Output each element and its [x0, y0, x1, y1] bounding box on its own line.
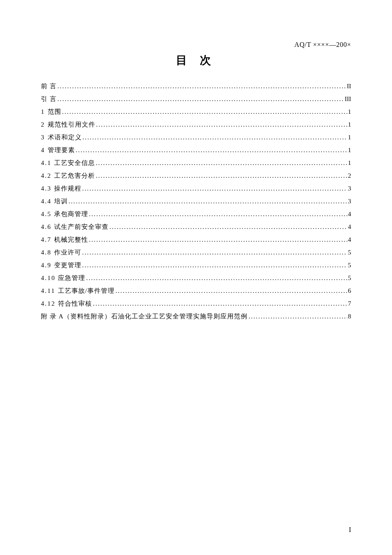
toc-label: 变更管理 [54, 261, 81, 269]
toc-page-number: 1 [348, 133, 352, 141]
toc-label: 管理要素 [48, 146, 75, 154]
doc-code: AQ/T ××××—200× [41, 41, 351, 49]
toc-number: 4.12 [41, 300, 55, 307]
toc-row: 4.12符合性审核7 [41, 297, 351, 310]
toc-page-number: 5 [348, 261, 352, 269]
toc-page-number: 5 [348, 249, 352, 256]
toc-leader-dots [96, 172, 347, 179]
toc-page-number: 3 [348, 185, 352, 192]
toc-number: 4.7 [41, 236, 52, 243]
document-page: AQ/T ××××—200× 目 次 前 言II引 言III1范围12规范性引用… [0, 0, 392, 555]
toc-number: 4.5 [41, 210, 52, 218]
toc-leader-dots [96, 121, 347, 128]
toc-page-number: 3 [348, 197, 352, 205]
toc-leader-dots [86, 274, 347, 282]
toc-page-number: 1 [348, 146, 352, 154]
toc-label: 试生产前安全审查 [54, 223, 109, 231]
toc-leader-dots [89, 210, 347, 218]
toc-leader-dots [83, 133, 347, 141]
toc-page-number: 4 [348, 236, 352, 243]
page-number: I [349, 526, 351, 534]
toc-label: 引 言 [41, 95, 57, 103]
toc-leader-dots [96, 159, 347, 167]
toc-row: 4管理要素1 [41, 144, 351, 156]
toc-label: 承包商管理 [54, 210, 88, 218]
toc-page-number: 4 [348, 223, 352, 231]
toc-number: 4.9 [41, 261, 52, 269]
toc-page-number: 5 [348, 274, 352, 282]
toc-label: 术语和定义 [48, 133, 82, 141]
toc-row: 4.2工艺危害分析2 [41, 169, 351, 182]
toc-number: 4.10 [41, 274, 55, 282]
toc-leader-dots [82, 249, 347, 256]
toc-row: 4.1工艺安全信息1 [41, 156, 351, 169]
toc-label: 作业许可 [54, 249, 81, 256]
toc-row: 4.3操作规程3 [41, 182, 351, 195]
toc-label: 符合性审核 [58, 300, 92, 307]
toc-row: 4.5承包商管理4 [41, 208, 351, 220]
toc-row: 4.4培训3 [41, 195, 351, 208]
toc-row: 4.6试生产前安全审查4 [41, 220, 351, 233]
toc-page-number: 1 [348, 108, 352, 116]
toc-row: 1范围1 [41, 105, 351, 118]
toc-page-number: 4 [348, 210, 352, 218]
toc-label: 工艺危害分析 [54, 172, 95, 179]
toc-page-number: 2 [348, 172, 352, 179]
toc-page-number: II [347, 82, 351, 90]
toc-number: 3 [41, 133, 45, 141]
toc-leader-dots [58, 82, 346, 90]
toc-title: 目 次 [41, 53, 351, 68]
toc-leader-dots [110, 223, 347, 231]
table-of-contents: 前 言II引 言III1范围12规范性引用文件13术语和定义14管理要素14.1… [41, 80, 351, 323]
toc-leader-dots [62, 108, 347, 116]
toc-row: 4.10应急管理5 [41, 272, 351, 284]
toc-page-number: 1 [348, 121, 352, 128]
toc-row: 前 言II [41, 80, 351, 92]
toc-label: 机械完整性 [54, 236, 88, 243]
toc-leader-dots [58, 95, 344, 103]
toc-number: 4 [41, 146, 45, 154]
toc-label: 操作规程 [54, 185, 81, 192]
toc-page-number: 7 [348, 300, 352, 307]
toc-number: 4.8 [41, 249, 52, 256]
toc-number: 2 [41, 121, 45, 128]
toc-leader-dots [76, 146, 347, 154]
toc-row: 3术语和定义1 [41, 131, 351, 144]
toc-label: 工艺安全信息 [54, 159, 95, 167]
toc-number: 4.11 [41, 287, 55, 295]
toc-leader-dots [82, 261, 347, 269]
toc-row: 附 录 A（资料性附录）石油化工企业工艺安全管理实施导则应用范例8 [41, 310, 351, 323]
toc-number: 1 [41, 108, 45, 116]
toc-leader-dots [248, 312, 347, 320]
toc-number: 4.3 [41, 185, 52, 192]
toc-label: 附 录 A（资料性附录）石油化工企业工艺安全管理实施导则应用范例 [41, 312, 248, 320]
toc-row: 4.9变更管理5 [41, 259, 351, 272]
toc-page-number: 1 [348, 159, 352, 167]
toc-page-number: 8 [348, 312, 352, 320]
toc-leader-dots [82, 185, 347, 192]
toc-page-number: 6 [348, 287, 352, 295]
toc-label: 范围 [48, 108, 61, 116]
toc-label: 前 言 [41, 82, 57, 90]
toc-label: 规范性引用文件 [48, 121, 95, 128]
toc-leader-dots [115, 287, 347, 295]
toc-page-number: III [345, 95, 351, 103]
toc-number: 4.6 [41, 223, 52, 231]
toc-row: 引 言III [41, 92, 351, 105]
toc-label: 应急管理 [58, 274, 85, 282]
toc-number: 4.2 [41, 172, 52, 179]
toc-leader-dots [89, 236, 347, 243]
toc-label: 培训 [54, 197, 68, 205]
toc-leader-dots [93, 300, 347, 307]
toc-label: 工艺事故/事件管理 [58, 287, 115, 295]
toc-row: 4.11工艺事故/事件管理6 [41, 284, 351, 297]
toc-number: 4.4 [41, 197, 52, 205]
toc-row: 4.8作业许可5 [41, 246, 351, 259]
toc-leader-dots [69, 197, 347, 205]
toc-number: 4.1 [41, 159, 52, 167]
toc-row: 2规范性引用文件1 [41, 118, 351, 131]
toc-row: 4.7机械完整性4 [41, 233, 351, 246]
